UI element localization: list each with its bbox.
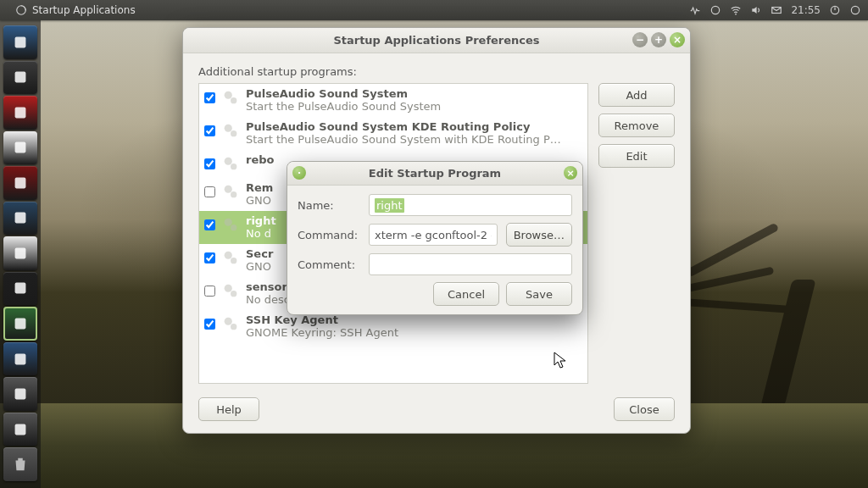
svg-point-18 bbox=[225, 92, 232, 99]
dock-item-refresh[interactable] bbox=[3, 61, 37, 95]
battery-icon[interactable] bbox=[689, 4, 701, 16]
svg-point-30 bbox=[225, 285, 232, 292]
svg-point-2 bbox=[736, 14, 737, 15]
list-heading: Additional startup programs: bbox=[198, 65, 675, 78]
window-titlebar[interactable]: Startup Applications Preferences − + × bbox=[183, 28, 690, 53]
launcher-dock bbox=[0, 20, 41, 488]
list-item[interactable]: PulseAudio Sound SystemStart the PulseAu… bbox=[199, 84, 587, 117]
svg-point-25 bbox=[231, 191, 236, 197]
gears-icon bbox=[220, 214, 241, 235]
svg-point-31 bbox=[231, 291, 236, 297]
command-label: Command: bbox=[298, 229, 360, 241]
power-icon[interactable] bbox=[829, 4, 841, 16]
dialog-title: Edit Startup Program bbox=[369, 167, 501, 180]
comment-label: Comment: bbox=[298, 258, 360, 271]
window-close-button[interactable]: × bbox=[670, 32, 685, 47]
svg-point-24 bbox=[225, 186, 232, 193]
svg-point-21 bbox=[231, 130, 236, 136]
item-checkbox[interactable] bbox=[204, 158, 215, 169]
edit-startup-dialog: · Edit Startup Program × Name: right Com… bbox=[287, 161, 583, 315]
svg-rect-17 bbox=[15, 424, 26, 435]
topbar-app-title: Startup Applications bbox=[32, 4, 136, 16]
svg-rect-14 bbox=[15, 319, 26, 330]
browse-button[interactable]: Browse… bbox=[506, 223, 572, 247]
add-button[interactable]: Add bbox=[598, 83, 675, 107]
top-panel: Startup Applications 21:55 bbox=[0, 0, 868, 20]
close-button[interactable]: Close bbox=[614, 397, 675, 421]
item-desc: Start the PulseAudio Sound System with K… bbox=[246, 133, 561, 146]
dock-item-keyring[interactable] bbox=[3, 377, 37, 411]
item-desc: No d bbox=[246, 227, 276, 240]
item-desc: GNO bbox=[246, 260, 273, 273]
item-desc: GNO bbox=[246, 194, 273, 207]
item-checkbox[interactable] bbox=[204, 286, 215, 297]
wifi-icon[interactable] bbox=[730, 4, 742, 16]
svg-point-22 bbox=[225, 158, 232, 165]
session-icon[interactable] bbox=[849, 4, 861, 16]
svg-point-23 bbox=[231, 164, 236, 169]
svg-rect-10 bbox=[15, 177, 26, 188]
command-input[interactable] bbox=[369, 224, 498, 246]
gears-icon bbox=[220, 120, 241, 141]
svg-point-29 bbox=[231, 258, 236, 263]
item-checkbox[interactable] bbox=[204, 92, 215, 103]
clock[interactable]: 21:55 bbox=[791, 4, 821, 16]
svg-point-27 bbox=[231, 225, 236, 230]
dock-item-display[interactable] bbox=[3, 342, 37, 376]
svg-rect-12 bbox=[15, 248, 26, 259]
item-title: rebo bbox=[246, 153, 274, 166]
item-title: Rem bbox=[246, 181, 273, 194]
item-checkbox[interactable] bbox=[204, 186, 215, 197]
svg-point-32 bbox=[225, 318, 232, 325]
svg-point-1 bbox=[712, 6, 720, 14]
dock-item-startup[interactable] bbox=[3, 307, 37, 341]
svg-rect-7 bbox=[15, 72, 26, 83]
svg-rect-8 bbox=[15, 107, 26, 118]
save-button[interactable]: Save bbox=[506, 282, 572, 306]
item-title: SSH Key Agent bbox=[246, 313, 398, 326]
svg-point-28 bbox=[225, 252, 232, 259]
dialog-menu-button[interactable]: · bbox=[292, 166, 306, 180]
dock-trash[interactable] bbox=[3, 447, 37, 481]
item-checkbox[interactable] bbox=[204, 219, 215, 230]
svg-point-5 bbox=[851, 6, 859, 14]
edit-button[interactable]: Edit bbox=[598, 144, 675, 168]
dialog-close-button[interactable]: × bbox=[564, 166, 577, 180]
gears-icon bbox=[220, 87, 241, 108]
item-desc: Start the PulseAudio Sound System bbox=[246, 100, 441, 113]
svg-rect-16 bbox=[15, 389, 26, 400]
item-checkbox[interactable] bbox=[204, 252, 215, 263]
svg-rect-15 bbox=[15, 353, 26, 364]
item-checkbox[interactable] bbox=[204, 319, 215, 330]
gears-icon bbox=[220, 280, 241, 301]
distro-logo-icon[interactable] bbox=[15, 4, 27, 16]
remove-button[interactable]: Remove bbox=[598, 114, 675, 137]
dock-item-files[interactable] bbox=[3, 25, 37, 59]
window-maximize-button[interactable]: + bbox=[651, 32, 666, 47]
cancel-button[interactable]: Cancel bbox=[433, 282, 499, 306]
gears-icon bbox=[220, 313, 241, 334]
name-input[interactable]: right bbox=[369, 194, 572, 216]
dock-item-reader[interactable] bbox=[3, 166, 37, 200]
window-minimize-button[interactable]: − bbox=[632, 32, 648, 47]
list-item[interactable]: PulseAudio Sound System KDE Routing Poli… bbox=[199, 117, 587, 150]
item-title: right bbox=[246, 214, 276, 227]
help-button[interactable]: Help bbox=[198, 397, 259, 421]
svg-rect-13 bbox=[15, 283, 26, 294]
update-icon[interactable] bbox=[709, 4, 721, 16]
dialog-titlebar[interactable]: · Edit Startup Program × bbox=[287, 162, 582, 186]
item-title: PulseAudio Sound System KDE Routing Poli… bbox=[246, 120, 561, 133]
comment-input[interactable] bbox=[369, 253, 572, 275]
dock-item-terminal[interactable] bbox=[3, 272, 37, 306]
volume-icon[interactable] bbox=[750, 4, 762, 16]
dock-item-opera[interactable] bbox=[3, 96, 37, 130]
dock-item-media[interactable] bbox=[3, 236, 37, 270]
item-title: Secr bbox=[246, 247, 273, 260]
svg-rect-9 bbox=[15, 142, 26, 153]
dock-item-settings[interactable] bbox=[3, 413, 37, 446]
svg-point-20 bbox=[225, 125, 232, 132]
item-checkbox[interactable] bbox=[204, 125, 215, 136]
dock-item-document[interactable] bbox=[3, 131, 37, 165]
dock-item-books[interactable] bbox=[3, 202, 37, 236]
mail-icon[interactable] bbox=[771, 4, 782, 16]
